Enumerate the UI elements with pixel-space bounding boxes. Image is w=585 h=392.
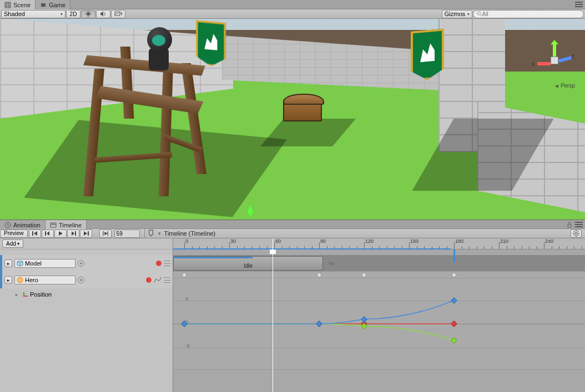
shading-mode-dropdown[interactable]: Shaded: [1, 10, 65, 18]
track-menu-icon[interactable]: [164, 261, 170, 266]
svg-rect-28: [75, 231, 76, 236]
preview-button[interactable]: Preview: [0, 230, 28, 238]
track-row-model[interactable]: ▸ Model: [2, 255, 173, 272]
frame-input[interactable]: [114, 230, 140, 238]
chest-prop: [283, 99, 322, 121]
timeline-icon: [50, 222, 57, 228]
curve-lane-position[interactable]: 5 0 -5: [173, 278, 585, 370]
svg-rect-29: [88, 231, 89, 236]
panel-menu-icon[interactable]: [575, 222, 583, 227]
end-marker[interactable]: [453, 250, 455, 262]
svg-line-37: [574, 231, 575, 232]
svg-rect-31: [107, 231, 108, 236]
prev-frame-button[interactable]: [42, 230, 54, 238]
marker-button[interactable]: [147, 230, 155, 237]
tab-game[interactable]: Game: [36, 0, 70, 9]
svg-line-13: [90, 12, 90, 12]
playhead[interactable]: [273, 238, 273, 392]
time-ruler[interactable]: 0306090120150180210240: [173, 238, 585, 250]
svg-point-32: [575, 232, 577, 235]
track-binding-hero[interactable]: Hero: [14, 276, 75, 284]
toggle-2d-button[interactable]: 2D: [66, 10, 80, 18]
record-icon[interactable]: [146, 277, 152, 283]
svg-line-12: [86, 16, 87, 16]
curves-toggle-icon[interactable]: [154, 276, 162, 284]
search-input[interactable]: [482, 11, 580, 17]
menu-icon[interactable]: [575, 1, 583, 8]
hero-character: [139, 27, 178, 77]
track-picker-icon[interactable]: [78, 260, 84, 267]
cube-icon: [17, 260, 23, 267]
track-foldout[interactable]: ▸: [4, 276, 12, 284]
svg-rect-27: [45, 231, 46, 236]
clip-idle[interactable]: Idle: [173, 256, 323, 271]
svg-point-5: [87, 12, 90, 16]
tab-timeline[interactable]: Timeline: [46, 220, 87, 230]
scene-icon: [4, 2, 11, 8]
loop-icon: ∞: [329, 258, 334, 267]
transform-gizmo-y-arrow[interactable]: [247, 205, 254, 213]
tab-animation[interactable]: Animation: [0, 220, 46, 230]
key-lane-hero[interactable]: [173, 272, 585, 278]
svg-rect-21: [51, 223, 56, 227]
play-button[interactable]: [54, 230, 67, 238]
settings-button[interactable]: [571, 230, 582, 238]
property-position[interactable]: Position: [2, 288, 173, 301]
track-menu-icon[interactable]: [164, 277, 170, 283]
toggle-fx-button[interactable]: ▾: [111, 10, 125, 18]
lock-icon[interactable]: [566, 221, 573, 228]
track-foldout[interactable]: ▸: [4, 259, 12, 267]
svg-rect-30: [103, 231, 104, 236]
track-binding-model[interactable]: Model: [14, 259, 75, 268]
svg-rect-0: [5, 2, 11, 8]
tab-scene-label: Scene: [13, 2, 31, 8]
record-icon[interactable]: [156, 261, 162, 266]
scene-viewport[interactable]: x z Persp: [0, 19, 585, 220]
track-row-hero[interactable]: ▸ Hero: [2, 272, 173, 288]
first-frame-button[interactable]: [29, 230, 41, 238]
search-icon: [477, 11, 482, 17]
prefab-icon: [17, 277, 23, 283]
svg-line-10: [86, 12, 87, 12]
gizmos-dropdown-button[interactable]: Gizmos: [442, 10, 472, 18]
add-track-button[interactable]: Add: [2, 240, 23, 248]
svg-text:▾: ▾: [120, 11, 122, 17]
transform-axis-icon: [21, 291, 28, 298]
svg-line-38: [578, 235, 579, 236]
projection-label[interactable]: Persp: [554, 83, 575, 89]
tab-game-label: Game: [49, 2, 65, 8]
search-field[interactable]: [473, 10, 584, 18]
svg-rect-25: [568, 225, 571, 227]
svg-point-41: [17, 277, 23, 283]
svg-rect-26: [32, 231, 33, 236]
clock-icon: [4, 222, 11, 228]
timeline-asset-label: Timeline (Timeline): [164, 230, 216, 237]
svg-line-11: [90, 16, 90, 16]
svg-point-16: [477, 12, 481, 15]
svg-line-39: [578, 231, 579, 232]
next-frame-button[interactable]: [67, 230, 79, 238]
clip-lane-model[interactable]: Idle ∞: [173, 255, 585, 272]
track-list: Add ▸ Model ▸: [0, 238, 173, 392]
play-range-button[interactable]: [99, 230, 112, 238]
last-frame-button[interactable]: [80, 230, 92, 238]
svg-line-20: [8, 225, 9, 226]
orientation-gizmo[interactable]: x z: [535, 41, 574, 80]
track-area[interactable]: 0306090120150180210240 Idle ∞ 5 0 -5: [173, 238, 585, 392]
track-picker-icon[interactable]: [78, 277, 84, 283]
game-icon: [40, 2, 47, 8]
toggle-audio-button[interactable]: [96, 10, 110, 18]
svg-line-40: [574, 235, 575, 236]
toggle-lighting-button[interactable]: [81, 10, 95, 18]
tab-scene[interactable]: Scene: [0, 0, 36, 9]
